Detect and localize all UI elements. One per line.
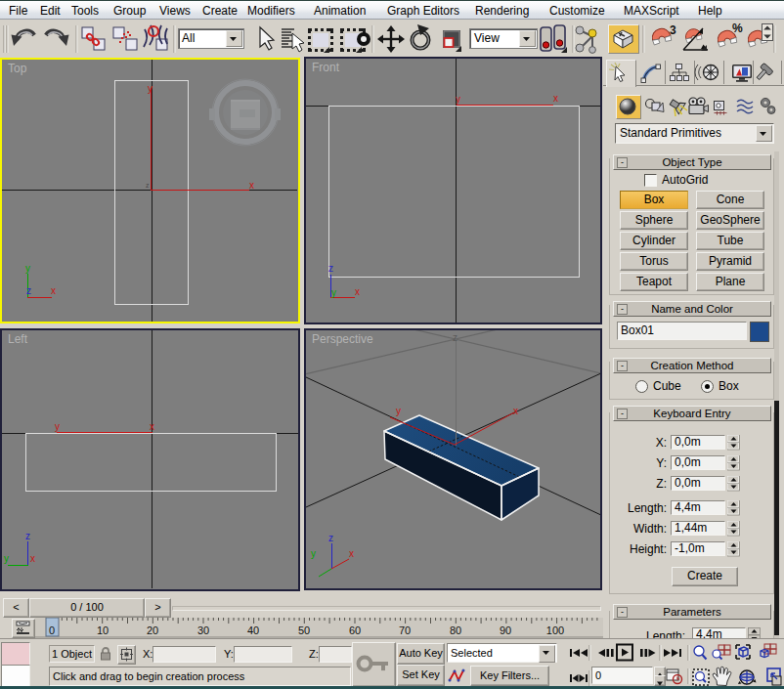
- svg-text:y: y: [55, 421, 60, 432]
- svg-text:x: x: [553, 93, 558, 104]
- svg-text:y: y: [331, 287, 336, 298]
- svg-text:x: x: [513, 406, 518, 416]
- svg-text:x: x: [30, 553, 35, 564]
- svg-text:z: z: [25, 531, 30, 541]
- svg-text:40: 40: [247, 624, 259, 636]
- svg-text:10: 10: [97, 624, 109, 636]
- svg-text:%: %: [732, 22, 743, 35]
- svg-text:100: 100: [546, 624, 564, 636]
- svg-text:x: x: [249, 180, 254, 191]
- svg-text:y: y: [4, 553, 9, 564]
- svg-text:x: x: [355, 286, 360, 297]
- svg-text:70: 70: [399, 624, 411, 636]
- svg-text:0: 0: [49, 624, 55, 636]
- svg-text:y: y: [396, 406, 401, 416]
- svg-text:x: x: [51, 285, 56, 296]
- svg-text:z: z: [328, 533, 333, 543]
- svg-text:z: z: [328, 263, 333, 274]
- svg-text:y: y: [456, 94, 460, 105]
- svg-text:80: 80: [450, 624, 461, 636]
- svg-text:20: 20: [147, 624, 158, 636]
- svg-text:x: x: [150, 421, 154, 432]
- svg-text:z: z: [146, 182, 150, 189]
- svg-text:y: y: [148, 83, 152, 94]
- svg-text:z: z: [453, 332, 457, 343]
- svg-text:60: 60: [349, 624, 361, 636]
- svg-text:y: y: [311, 548, 316, 559]
- svg-text:y: y: [25, 263, 30, 274]
- svg-text:3: 3: [670, 23, 676, 37]
- svg-text:30: 30: [197, 624, 209, 636]
- svg-text:z: z: [26, 285, 31, 296]
- svg-text:50: 50: [298, 624, 310, 636]
- svg-text:90: 90: [500, 624, 511, 636]
- svg-text:x: x: [349, 548, 354, 559]
